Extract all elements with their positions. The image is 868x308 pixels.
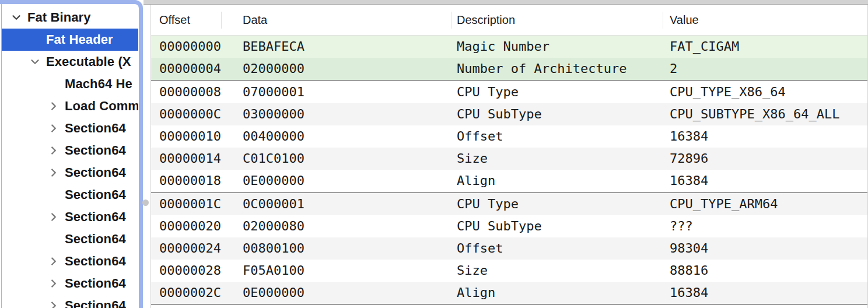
cell-value: 2	[663, 58, 867, 80]
cell-offset: 0000000C	[151, 103, 221, 125]
sidebar-item-section64[interactable]: Section64	[2, 139, 138, 162]
table-row[interactable]: 00000014C01C0100Size72896	[151, 148, 867, 170]
sidebar-item-section64[interactable]: Section64	[2, 272, 138, 295]
sidebar-item-fat-binary[interactable]: Fat Binary	[2, 6, 138, 29]
cell-data: 02000080	[221, 215, 451, 237]
column-header-data[interactable]: Data	[221, 5, 451, 35]
cell-description: Size	[451, 148, 663, 170]
chevron-right-icon[interactable]	[47, 254, 65, 268]
cell-value: ???	[663, 215, 867, 237]
table-row[interactable]: 0000002C0E000000Align16384	[151, 282, 867, 304]
sidebar-item-label: Executable (X	[46, 54, 131, 69]
data-table: Offset Data Description Value 00000000BE…	[150, 5, 868, 308]
cell-data: 0E000000	[221, 170, 451, 192]
sidebar-item-label: Section64	[65, 165, 126, 180]
toolbar-bottom-strip	[144, 0, 868, 5]
sidebar-item-section64[interactable]: Section64	[2, 162, 138, 184]
cell-description: CPU Type	[451, 81, 663, 103]
cell-offset: 00000028	[151, 260, 221, 282]
cell-description: CPU SubType	[451, 215, 663, 237]
cell-data: F05A0100	[221, 260, 451, 282]
chevron-right-icon[interactable]	[47, 121, 65, 135]
table-row[interactable]: 0000002002000080CPU SubType???	[151, 215, 867, 237]
table-row[interactable]: 0000001000400000Offset16384	[151, 125, 867, 148]
sidebar-item-section64[interactable]: Section64	[2, 250, 138, 272]
chevron-right-icon[interactable]	[47, 99, 65, 113]
cell-value: 98304	[663, 237, 867, 260]
table-row[interactable]: 0000000402000000Number of Architecture2	[151, 58, 867, 80]
cell-data: 00400000	[221, 125, 451, 148]
sidebar-item-label: Section64	[65, 209, 126, 225]
sidebar-item-label: Fat Header	[46, 32, 113, 47]
cell-value: CPU_SUBTYPE_X86_64_ALL	[663, 103, 867, 125]
cell-data: 02000000	[221, 58, 451, 80]
sidebar-item-section64[interactable]: Section64	[2, 295, 138, 308]
sidebar: Fat BinaryFat HeaderExecutable (XMach64 …	[0, 0, 143, 308]
chevron-right-icon[interactable]	[47, 144, 65, 158]
table-row[interactable]: 00000000BEBAFECAMagic NumberFAT_CIGAM	[151, 36, 867, 58]
chevron-down-icon[interactable]	[10, 10, 27, 24]
outline-tree: Fat BinaryFat HeaderExecutable (XMach64 …	[2, 6, 138, 308]
sidebar-item-section64[interactable]: Section64	[2, 117, 138, 139]
cell-offset: 0000002C	[151, 282, 221, 304]
chevron-spacer	[47, 232, 65, 246]
table-row[interactable]: 0000002400800100Offset98304	[151, 237, 867, 260]
sidebar-item-mach64-he[interactable]: Mach64 He	[2, 73, 138, 95]
sidebar-item-section64[interactable]: Section64	[2, 206, 138, 228]
cell-value: CPU_TYPE_X86_64	[663, 81, 867, 103]
sidebar-item-label: Mach64 He	[65, 76, 132, 92]
cell-value: 88816	[663, 260, 867, 282]
cell-value: 16384	[663, 125, 867, 148]
cell-value: FAT_CIGAM	[663, 36, 867, 58]
binary-inspector-window: Fat BinaryFat HeaderExecutable (XMach64 …	[0, 0, 868, 308]
sidebar-item-label: Section64	[65, 254, 126, 269]
table-row[interactable]: 00000028F05A0100Size88816	[151, 260, 867, 282]
sidebar-item-section64[interactable]: Section64	[2, 184, 138, 206]
cell-offset: 00000024	[151, 237, 221, 260]
sidebar-item-label: Section64	[65, 298, 126, 308]
column-header-description[interactable]: Description	[451, 5, 663, 35]
cell-description: Size	[451, 260, 663, 282]
cell-data: 07000001	[221, 81, 451, 103]
table-row[interactable]: 0000000807000001CPU TypeCPU_TYPE_X86_64	[151, 81, 867, 103]
cell-description: CPU Type	[451, 193, 663, 215]
chevron-spacer	[29, 33, 46, 47]
chevron-right-icon[interactable]	[47, 210, 65, 224]
chevron-right-icon[interactable]	[47, 299, 65, 308]
sidebar-item-label: Section64	[65, 187, 126, 202]
cell-description: Offset	[451, 237, 663, 260]
chevron-spacer	[47, 188, 65, 202]
splitter-handle[interactable]	[142, 200, 149, 206]
sidebar-item-fat-header[interactable]: Fat Header	[2, 29, 138, 51]
cell-offset: 00000018	[151, 170, 221, 192]
cell-data: 0C000001	[221, 193, 451, 215]
table-body: 00000000BEBAFECAMagic NumberFAT_CIGAM000…	[151, 36, 867, 305]
table-row[interactable]: 0000001C0C000001CPU TypeCPU_TYPE_ARM64	[151, 193, 867, 215]
sidebar-item-label: Load Comm	[65, 99, 138, 114]
chevron-down-icon[interactable]	[29, 55, 46, 69]
cell-data: 03000000	[221, 103, 451, 125]
cell-description: Align	[451, 170, 663, 192]
cell-description: Magic Number	[451, 36, 663, 58]
table-row[interactable]: 0000000C03000000CPU SubTypeCPU_SUBTYPE_X…	[151, 103, 867, 125]
cell-offset: 00000004	[151, 58, 221, 80]
cell-offset: 00000020	[151, 215, 221, 237]
cell-offset: 00000014	[151, 148, 221, 170]
chevron-right-icon[interactable]	[47, 166, 65, 180]
table-row[interactable]: 000000180E000000Align16384	[151, 170, 867, 192]
cell-offset: 00000000	[151, 36, 221, 58]
cell-data: C01C0100	[221, 148, 451, 170]
sidebar-item-load-comm[interactable]: Load Comm	[2, 95, 138, 117]
cell-data: BEBAFECA	[221, 36, 451, 58]
chevron-right-icon[interactable]	[47, 276, 65, 290]
column-header-offset[interactable]: Offset	[151, 5, 221, 35]
column-header-value[interactable]: Value	[663, 5, 867, 35]
sidebar-item-executable-x[interactable]: Executable (X	[2, 51, 138, 73]
cell-value: 72896	[663, 148, 867, 170]
cell-value: CPU_TYPE_ARM64	[663, 193, 867, 215]
cell-data: 00800100	[221, 237, 451, 260]
sidebar-item-section64[interactable]: Section64	[2, 228, 138, 250]
cell-offset: 00000010	[151, 125, 221, 148]
cell-description: CPU SubType	[451, 103, 663, 125]
chevron-spacer	[47, 77, 65, 91]
